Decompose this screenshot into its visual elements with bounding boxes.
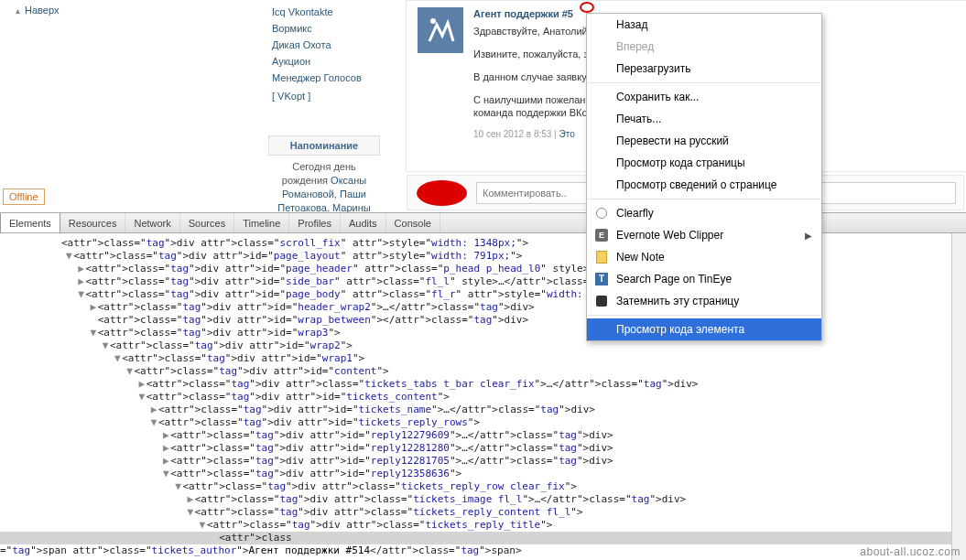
context-menu: НазадВпередПерезагрузитьСохранить как...… [586, 13, 822, 341]
context-menu-item: Вперед [587, 36, 821, 58]
tab-profiles[interactable]: Profiles [289, 213, 341, 232]
reminder-title: Напоминание [268, 135, 380, 156]
offline-badge: Offline [3, 188, 45, 205]
sidebar-link[interactable]: Icq Vkontakte [272, 4, 396, 20]
tab-network[interactable]: Network [125, 213, 179, 232]
tab-audits[interactable]: Audits [341, 213, 386, 232]
context-menu-label: Перевести на русский [616, 135, 729, 147]
dark-icon [594, 294, 609, 308]
context-menu-item[interactable]: Перевести на русский [587, 130, 821, 152]
context-menu-label: Сохранить как... [616, 91, 699, 103]
context-menu-item[interactable]: Просмотр кода страницы [587, 152, 821, 174]
context-menu-item[interactable]: Clearfly [587, 202, 821, 224]
context-menu-label: Просмотр кода элемента [616, 323, 744, 336]
tab-console[interactable]: Console [386, 213, 440, 232]
context-menu-item[interactable]: Сохранить как... [587, 86, 821, 108]
tab-timeline[interactable]: Timeline [234, 213, 289, 232]
tab-sources[interactable]: Sources [180, 213, 234, 232]
dom-node[interactable]: ▼<attr">class="tag">div attr">class="tic… [0, 519, 966, 532]
svg-point-0 [430, 18, 436, 24]
dom-node[interactable]: ▼<attr">class="tag">div attr">id="wrap1"… [0, 352, 966, 365]
context-menu-label: Clearfly [616, 207, 654, 220]
back-to-top[interactable]: ▴ Наверх [16, 5, 59, 16]
context-menu-item[interactable]: Назад [587, 14, 821, 36]
dom-node[interactable]: ▼<attr">class="tag">div attr">id="reply1… [0, 468, 966, 480]
context-menu-label: Печать... [616, 113, 661, 125]
dom-node[interactable]: ▶<attr">class="tag">div attr">id="reply1… [0, 429, 966, 442]
dom-node[interactable]: ▶<attr">class="tag">div attr">class="tic… [0, 493, 966, 506]
context-menu-item[interactable]: Просмотр кода элемента [587, 318, 821, 340]
note-icon [594, 250, 609, 264]
context-menu-separator [588, 82, 820, 83]
sidebar-link[interactable]: Дикая Охота [272, 37, 396, 53]
context-menu-label: Просмотр сведений о странице [616, 178, 776, 191]
tab-elements[interactable]: Elements [0, 213, 60, 232]
dom-node[interactable]: ▶<attr">class="tag">div attr">id="ticket… [0, 404, 966, 416]
dom-node[interactable]: ▶<attr">class="tag">div attr">class="tic… [0, 378, 966, 391]
sidebar-link[interactable]: Аукцион [272, 53, 396, 70]
top-link-label[interactable]: Наверх [25, 5, 59, 16]
context-menu-item[interactable]: Перезагрузить [587, 58, 821, 80]
dom-node[interactable]: ▶<attr">class="tag">div attr">id="reply1… [0, 442, 966, 455]
tab-resources[interactable]: Resources [60, 213, 126, 232]
reminder-body: Сегодня день рождения Оксаны Романовой, … [268, 160, 380, 212]
context-menu-label: Перезагрузить [616, 62, 690, 75]
dom-node[interactable]: ▼<attr">class="tag">div attr">id="wrap2"… [0, 339, 966, 352]
context-menu-label: New Note [616, 251, 665, 264]
context-menu-label: Просмотр кода страницы [616, 156, 745, 169]
dom-node[interactable]: ▼<attr">class="tag">div attr">class="tic… [0, 506, 966, 519]
en-icon: E [594, 228, 609, 242]
context-menu-item[interactable]: TSearch Page on TinEye [587, 268, 821, 290]
context-menu-item[interactable]: Просмотр сведений о странице [587, 174, 821, 196]
context-menu-label: Вперед [616, 40, 654, 53]
context-menu-separator [588, 315, 820, 316]
reminder-block: Напоминание Сегодня день рождения Оксаны… [268, 135, 380, 212]
up-arrow-icon: ▴ [16, 5, 20, 16]
context-menu-item[interactable]: EEvernote Web Clipper▶ [587, 224, 821, 246]
context-menu-item[interactable]: New Note [587, 246, 821, 268]
avatar-icon [422, 12, 459, 48]
dom-node[interactable]: ▼<attr">class="tag">div attr">class="tic… [0, 480, 966, 493]
context-menu-item[interactable]: Затемнить эту страницу [587, 290, 821, 312]
t-icon: T [594, 272, 609, 286]
dom-node[interactable]: ▼<attr">class="tag">div attr">id="ticket… [0, 391, 966, 404]
watermark: about-all.ucoz.com [860, 545, 961, 558]
context-menu-item[interactable]: Печать... [587, 108, 821, 130]
context-menu-label: Evernote Web Clipper [616, 229, 723, 242]
context-menu-separator [588, 199, 820, 199]
avatar[interactable] [418, 7, 463, 53]
vkopt-link[interactable]: [ VKopt ] [272, 86, 396, 106]
sidebar-link[interactable]: Вормикс [272, 20, 396, 37]
scrollbar[interactable] [951, 233, 966, 560]
highlight-circle-icon [580, 2, 594, 13]
reminder-person-link[interactable]: Марины [332, 202, 371, 212]
context-menu-label: Затемнить эту страницу [616, 295, 739, 307]
dom-node[interactable]: ▼<attr">class="tag">div attr">id="conten… [0, 365, 966, 378]
context-menu-label: Search Page on TinEye [616, 273, 732, 285]
dom-node[interactable]: ▼<attr">class="tag">div attr">id="ticket… [0, 416, 966, 429]
highlight-oval-icon [417, 180, 467, 206]
submenu-arrow-icon: ▶ [805, 231, 812, 241]
context-menu-label: Назад [616, 18, 647, 31]
clearfly-icon [594, 206, 609, 221]
dom-node-selected[interactable]: <attr">class [0, 532, 966, 544]
nav-sidebar: Icq Vkontakte Вормикс Дикая Охота Аукцио… [272, 4, 396, 106]
message-meta-link[interactable]: Это [559, 129, 575, 139]
dom-node[interactable]: ▶<attr">class="tag">div attr">id="reply1… [0, 455, 966, 468]
sidebar-link[interactable]: Менеджер Голосов [272, 70, 396, 86]
